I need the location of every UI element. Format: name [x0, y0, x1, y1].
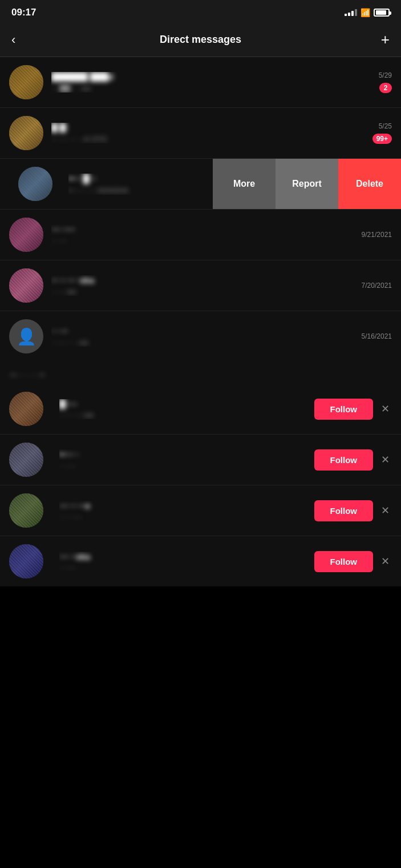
follow-content: ···· ··ska ·· ····· — [59, 552, 309, 572]
avatar — [18, 167, 52, 201]
message-name: ···· ····· — [51, 224, 356, 234]
message-content: ██████ ███d ·· ·██·· ···eo — [51, 72, 373, 93]
message-meta: 7/20/2021 — [362, 282, 392, 290]
delete-button[interactable]: Delete — [338, 159, 401, 209]
message-name: ██████ ███d — [51, 72, 373, 82]
avatar — [9, 268, 43, 303]
battery-icon — [374, 9, 390, 17]
follow-item: ╾···· · ·· ····· Follow ✕ — [0, 435, 401, 485]
follow-actions: Follow ✕ — [314, 551, 392, 572]
follow-content: ╾···· · ·· ····· — [59, 449, 309, 470]
dismiss-button[interactable]: ✕ — [379, 451, 392, 468]
follow-content: ···· ·· ···e ·· ·· ····· — [59, 501, 309, 521]
follow-actions: Follow ✕ — [314, 399, 392, 420]
avatar — [9, 392, 43, 426]
more-button[interactable]: More — [213, 159, 276, 209]
message-item-swiped[interactable]: ╾··· █··· ╾······ ·····HAHAHA 3/29 More … — [0, 159, 401, 210]
message-content: ··· ·· ··· ·ska ·· ·····eo — [51, 275, 356, 296]
message-name: ··· ·· ··· ·ska — [51, 275, 356, 285]
follow-actions: Follow ✕ — [314, 449, 392, 471]
message-date: 5/25 — [379, 122, 392, 130]
default-avatar-icon: 👤 — [17, 327, 37, 346]
follow-item: ···· ··ska ·· ····· Follow ✕ — [0, 536, 401, 586]
follow-button[interactable]: Follow — [314, 449, 374, 471]
follow-item: ···· ·· ···e ·· ·· ····· Follow ✕ — [0, 485, 401, 536]
avatar — [9, 493, 43, 528]
message-item[interactable]: 👤 · · ··· ·· ···· ·· ···eo 5/16/2021 — [0, 311, 401, 361]
message-date: 9/21/2021 — [362, 231, 392, 239]
status-bar: 09:17 📶 — [0, 0, 401, 23]
section-header-text: ·╾··· ·· ··· ·╾ — [9, 371, 45, 379]
avatar — [9, 218, 43, 252]
follow-item: █····· ·· ··· ·····ow Follow ✕ — [0, 384, 401, 435]
unread-badge: 2 — [379, 83, 392, 93]
message-preview: ·· ····· — [51, 236, 356, 245]
message-preview: ·· ·····eo — [51, 287, 356, 296]
message-name: · · ··· — [51, 326, 356, 336]
message-meta: 5/29 2 — [379, 71, 392, 93]
avatar — [9, 116, 43, 150]
status-icons: 📶 — [345, 8, 390, 17]
header: ‹ Direct messages + — [0, 23, 401, 57]
follow-name: ╾···· · — [59, 449, 309, 460]
dismiss-button[interactable]: ✕ — [379, 553, 392, 570]
follow-sub: ·· ··· ·····ow — [59, 411, 309, 419]
swipe-actions: More Report Delete — [213, 159, 401, 209]
back-button[interactable]: ‹ — [11, 33, 34, 47]
report-button[interactable]: Report — [276, 159, 338, 209]
unread-badge: 99+ — [372, 134, 392, 144]
message-meta: 5/16/2021 — [362, 332, 392, 340]
follow-button[interactable]: Follow — [314, 551, 374, 572]
message-item[interactable]: █ █· ··· ···· ··· ···H STO 5/25 99+ — [0, 108, 401, 159]
follow-name: ···· ··ska — [59, 552, 309, 561]
message-preview: ·· ···· ·· ···eo — [51, 338, 356, 347]
follow-sub: ·· ····· — [59, 461, 309, 470]
message-date: 5/29 — [379, 71, 392, 79]
follow-button[interactable]: Follow — [314, 399, 374, 420]
message-preview: ··· ···· ··· ···H STO — [51, 135, 367, 143]
wifi-icon: 📶 — [361, 8, 370, 17]
follow-sub: ·· ·· ····· — [59, 512, 309, 521]
follow-name: █····· — [59, 399, 309, 409]
section-header: ·╾··· ·· ··· ·╾ — [0, 361, 401, 384]
avatar — [9, 544, 43, 578]
page-title: Direct messages — [160, 34, 241, 46]
follow-sub: ·· ····· — [59, 563, 309, 572]
avatar — [9, 443, 43, 477]
follow-content: █····· ·· ··· ·····ow — [59, 399, 309, 419]
signal-icon — [345, 9, 357, 16]
message-content: ···· ····· ·· ····· — [51, 224, 356, 245]
message-content: █ █· ··· ···· ··· ···H STO — [51, 123, 367, 143]
message-preview: ·· ·██·· ···eo — [51, 84, 373, 93]
message-date: 5/16/2021 — [362, 332, 392, 340]
follow-name: ···· ·· ···e — [59, 501, 309, 511]
follow-suggestions-list: █····· ·· ··· ·····ow Follow ✕ ╾···· · ·… — [0, 384, 401, 586]
message-item[interactable]: ··· ·· ··· ·ska ·· ·····eo 7/20/2021 — [0, 260, 401, 311]
status-time: 09:17 — [11, 7, 36, 18]
avatar: 👤 — [9, 319, 43, 353]
message-name: █ █· — [51, 123, 367, 132]
dismiss-button[interactable]: ✕ — [379, 400, 392, 417]
avatar — [9, 65, 43, 99]
message-item[interactable]: ██████ ███d ·· ·██·· ···eo 5/29 2 — [0, 57, 401, 108]
follow-button[interactable]: Follow — [314, 500, 374, 521]
message-date: 7/20/2021 — [362, 282, 392, 290]
message-item[interactable]: ···· ····· ·· ····· 9/21/2021 — [0, 210, 401, 260]
message-content: · · ··· ·· ···· ·· ···eo — [51, 326, 356, 347]
dismiss-button[interactable]: ✕ — [379, 502, 392, 519]
add-button[interactable]: + — [367, 31, 390, 49]
message-list: ██████ ███d ·· ·██·· ···eo 5/29 2 █ █· ·… — [0, 57, 401, 361]
message-meta: 9/21/2021 — [362, 231, 392, 239]
follow-actions: Follow ✕ — [314, 500, 392, 521]
message-meta: 5/25 99+ — [372, 122, 392, 144]
